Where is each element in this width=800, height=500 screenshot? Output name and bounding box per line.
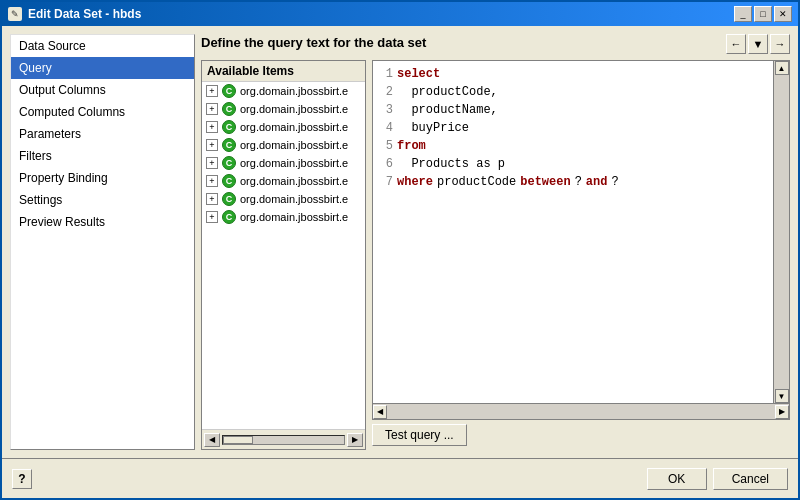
dropdown-button[interactable]: ▼ — [748, 34, 768, 54]
expand-icon[interactable]: + — [206, 121, 218, 133]
hscroll-left-arrow[interactable]: ◀ — [373, 405, 387, 419]
item-label: org.domain.jbossbirt.e — [240, 193, 348, 205]
nav-item-computed-columns[interactable]: Computed Columns — [11, 101, 194, 123]
query-line-5: 5 from — [377, 137, 769, 155]
nav-item-parameters[interactable]: Parameters — [11, 123, 194, 145]
toolbar-buttons: ← ▼ → — [726, 34, 790, 54]
window-title: Edit Data Set - hbds — [28, 7, 141, 21]
item-label: org.domain.jbossbirt.e — [240, 85, 348, 97]
item-icon: C — [222, 174, 236, 188]
query-code: ? — [611, 173, 618, 191]
list-item[interactable]: + C org.domain.jbossbirt.e — [202, 136, 365, 154]
query-editor-inner: 1 select 2 productCode, 3 — [373, 61, 789, 403]
nav-item-datasource[interactable]: Data Source — [11, 35, 194, 57]
content-area: Available Items + C org.domain.jbossbirt… — [201, 60, 790, 450]
forward-button[interactable]: → — [770, 34, 790, 54]
list-item[interactable]: + C org.domain.jbossbirt.e — [202, 190, 365, 208]
item-label: org.domain.jbossbirt.e — [240, 121, 348, 133]
list-item[interactable]: + C org.domain.jbossbirt.e — [202, 172, 365, 190]
item-label: org.domain.jbossbirt.e — [240, 103, 348, 115]
query-editor-wrap: 1 select 2 productCode, 3 — [372, 60, 790, 450]
list-item[interactable]: + C org.domain.jbossbirt.e — [202, 82, 365, 100]
keyword-select: select — [397, 65, 440, 83]
nav-item-property-binding[interactable]: Property Binding — [11, 167, 194, 189]
item-icon: C — [222, 156, 236, 170]
query-code: productCode, — [397, 83, 498, 101]
vertical-scrollbar[interactable]: ▲ ▼ — [773, 61, 789, 403]
line-number: 3 — [377, 101, 393, 119]
nav-item-output-columns[interactable]: Output Columns — [11, 79, 194, 101]
available-items-panel: Available Items + C org.domain.jbossbirt… — [201, 60, 366, 450]
nav-item-settings[interactable]: Settings — [11, 189, 194, 211]
keyword-between: between — [520, 173, 570, 191]
nav-item-filters[interactable]: Filters — [11, 145, 194, 167]
scroll-down-arrow[interactable]: ▼ — [775, 389, 789, 403]
expand-icon[interactable]: + — [206, 175, 218, 187]
query-line-2: 2 productCode, — [377, 83, 769, 101]
line-number: 1 — [377, 65, 393, 83]
close-button[interactable]: ✕ — [774, 6, 792, 22]
line-number: 6 — [377, 155, 393, 173]
ok-button[interactable]: OK — [647, 468, 707, 490]
item-label: org.domain.jbossbirt.e — [240, 139, 348, 151]
nav-item-preview-results[interactable]: Preview Results — [11, 211, 194, 233]
editor-horizontal-scrollbar[interactable]: ◀ ▶ — [373, 403, 789, 419]
query-text-area[interactable]: 1 select 2 productCode, 3 — [373, 61, 773, 403]
line-number: 5 — [377, 137, 393, 155]
query-line-1: 1 select — [377, 65, 769, 83]
window-icon: ✎ — [8, 7, 22, 21]
line-number: 2 — [377, 83, 393, 101]
query-code: productName, — [397, 101, 498, 119]
test-query-button[interactable]: Test query ... — [372, 424, 467, 446]
expand-icon[interactable]: + — [206, 103, 218, 115]
list-item[interactable]: + C org.domain.jbossbirt.e — [202, 154, 365, 172]
hscroll-track[interactable] — [387, 407, 775, 417]
main-area: Data Source Query Output Columns Compute… — [2, 26, 798, 458]
query-line-3: 3 productName, — [377, 101, 769, 119]
horizontal-scrollbar[interactable]: ◀ ▶ — [202, 429, 365, 449]
test-query-area: Test query ... — [372, 420, 790, 450]
cancel-button[interactable]: Cancel — [713, 468, 788, 490]
keyword-where: where — [397, 173, 433, 191]
line-number: 7 — [377, 173, 393, 191]
nav-item-query[interactable]: Query — [11, 57, 194, 79]
expand-icon[interactable]: + — [206, 193, 218, 205]
help-button[interactable]: ? — [12, 469, 32, 489]
keyword-from: from — [397, 137, 426, 155]
minimize-button[interactable]: _ — [734, 6, 752, 22]
item-icon: C — [222, 210, 236, 224]
list-item[interactable]: + C org.domain.jbossbirt.e — [202, 208, 365, 226]
items-list[interactable]: + C org.domain.jbossbirt.e + C org.domai… — [202, 82, 365, 429]
list-item[interactable]: + C org.domain.jbossbirt.e — [202, 100, 365, 118]
query-code: buyPrice — [397, 119, 469, 137]
expand-icon[interactable]: + — [206, 85, 218, 97]
expand-icon[interactable]: + — [206, 211, 218, 223]
list-item[interactable]: + C org.domain.jbossbirt.e — [202, 118, 365, 136]
scroll-up-arrow[interactable]: ▲ — [775, 61, 789, 75]
available-items-header: Available Items — [202, 61, 365, 82]
query-line-6: 6 Products as p — [377, 155, 769, 173]
query-editor: 1 select 2 productCode, 3 — [372, 60, 790, 420]
scroll-track[interactable] — [222, 435, 345, 445]
item-icon: C — [222, 138, 236, 152]
back-button[interactable]: ← — [726, 34, 746, 54]
window-body: Data Source Query Output Columns Compute… — [2, 26, 798, 498]
expand-icon[interactable]: + — [206, 157, 218, 169]
item-label: org.domain.jbossbirt.e — [240, 157, 348, 169]
item-label: org.domain.jbossbirt.e — [240, 211, 348, 223]
item-label: org.domain.jbossbirt.e — [240, 175, 348, 187]
query-line-7: 7 where productCode between ? and ? — [377, 173, 769, 191]
maximize-button[interactable]: □ — [754, 6, 772, 22]
item-icon: C — [222, 102, 236, 116]
edit-dataset-window: ✎ Edit Data Set - hbds _ □ ✕ Data Source… — [0, 0, 800, 500]
expand-icon[interactable]: + — [206, 139, 218, 151]
query-line-4: 4 buyPrice — [377, 119, 769, 137]
title-bar: ✎ Edit Data Set - hbds _ □ ✕ — [2, 2, 798, 26]
scroll-thumb[interactable] — [223, 436, 253, 444]
panel-title: Define the query text for the data set — [201, 35, 426, 50]
line-number: 4 — [377, 119, 393, 137]
scroll-right-arrow[interactable]: ▶ — [347, 433, 363, 447]
keyword-and: and — [586, 173, 608, 191]
scroll-left-arrow[interactable]: ◀ — [204, 433, 220, 447]
hscroll-right-arrow[interactable]: ▶ — [775, 405, 789, 419]
